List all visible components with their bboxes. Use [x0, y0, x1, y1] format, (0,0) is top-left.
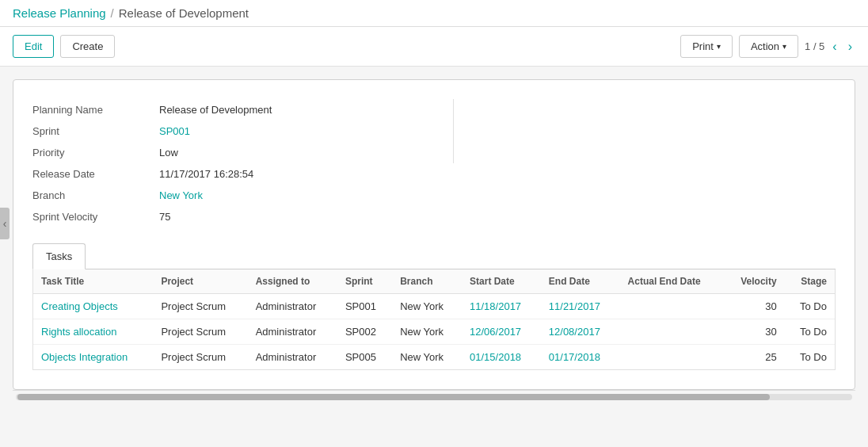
- branch-row: Branch New York: [32, 185, 434, 206]
- top-bar: Release Planning / Release of Developmen…: [0, 0, 868, 27]
- form-fields: Planning Name Release of Development Spr…: [32, 99, 836, 227]
- planning-name-label: Planning Name: [32, 104, 159, 116]
- scrollbar-thumb[interactable]: [17, 394, 770, 400]
- cell-start-date: 01/15/2018: [462, 345, 541, 370]
- cell-stage: To Do: [785, 345, 835, 370]
- sprint-velocity-value: 75: [159, 211, 170, 223]
- main-content: Planning Name Release of Development Spr…: [0, 67, 868, 415]
- col-sprint: Sprint: [337, 269, 392, 294]
- priority-label: Priority: [32, 147, 159, 159]
- branch-label: Branch: [32, 189, 159, 201]
- action-button[interactable]: Action ▾: [739, 35, 798, 58]
- breadcrumb-link[interactable]: Release Planning: [13, 6, 106, 20]
- cell-actual-end-date: [620, 319, 724, 345]
- fields-left: Planning Name Release of Development Spr…: [32, 99, 434, 163]
- breadcrumb-current: Release of Development: [119, 6, 249, 20]
- cell-assigned-to: Administrator: [248, 319, 337, 345]
- tasks-table-container: Task Title Project Assigned to Sprint Br…: [32, 269, 836, 370]
- cell-start-date: 11/18/2017: [462, 294, 541, 319]
- cell-end-date: 11/21/2017: [541, 294, 620, 319]
- col-end-date: End Date: [541, 269, 620, 294]
- cell-project: Project Scrum: [153, 294, 247, 319]
- sprint-value-link[interactable]: SP001: [159, 125, 190, 137]
- priority-row: Priority Low: [32, 142, 434, 163]
- fields-right: Release Date 11/17/2017 16:28:54 Branch …: [32, 163, 434, 227]
- cell-start-date: 12/06/2017: [462, 319, 541, 345]
- create-button[interactable]: Create: [60, 35, 115, 58]
- action-label: Action: [751, 40, 779, 52]
- planning-name-row: Planning Name Release of Development: [32, 99, 434, 120]
- tabs-section: Tasks Task Title Project Assigned to Spr…: [32, 243, 836, 370]
- cell-task-title[interactable]: Rights allocation: [33, 319, 153, 345]
- pagination: 1 / 5 ‹ ›: [805, 38, 855, 55]
- cell-branch: New York: [392, 345, 462, 370]
- col-task-title: Task Title: [33, 269, 153, 294]
- cell-project: Project Scrum: [153, 345, 247, 370]
- cell-project: Project Scrum: [153, 319, 247, 345]
- form-card: Planning Name Release of Development Spr…: [13, 79, 855, 390]
- tab-tasks[interactable]: Tasks: [32, 243, 86, 269]
- planning-name-value: Release of Development: [159, 104, 272, 116]
- cell-assigned-to: Administrator: [248, 345, 337, 370]
- toolbar: Edit Create Print ▾ Action ▾ 1 / 5 ‹ ›: [0, 27, 868, 67]
- tasks-table: Task Title Project Assigned to Sprint Br…: [33, 269, 835, 369]
- tabs-header: Tasks: [32, 243, 836, 269]
- release-date-label: Release Date: [32, 168, 159, 180]
- horizontal-scrollbar[interactable]: [13, 390, 855, 403]
- print-button[interactable]: Print ▾: [680, 35, 733, 58]
- cell-sprint: SP001: [337, 294, 392, 319]
- cell-velocity: 25: [724, 345, 785, 370]
- tab-tasks-label: Tasks: [46, 250, 72, 262]
- table-row: Rights allocation Project Scrum Administ…: [33, 319, 835, 345]
- left-panel-handle[interactable]: [0, 208, 10, 239]
- breadcrumb-separator: /: [111, 6, 114, 20]
- cell-end-date: 12/08/2017: [541, 319, 620, 345]
- cell-task-title[interactable]: Creating Objects: [33, 294, 153, 319]
- breadcrumb: Release Planning / Release of Developmen…: [13, 6, 855, 20]
- cell-actual-end-date: [620, 345, 724, 370]
- table-row: Objects Integration Project Scrum Admini…: [33, 345, 835, 370]
- page-info: 1 / 5: [805, 40, 824, 52]
- cell-stage: To Do: [785, 319, 835, 345]
- table-header-row: Task Title Project Assigned to Sprint Br…: [33, 269, 835, 294]
- cell-task-title[interactable]: Objects Integration: [33, 345, 153, 370]
- cell-stage: To Do: [785, 294, 835, 319]
- sprint-velocity-label: Sprint Velocity: [32, 211, 159, 223]
- sprint-label: Sprint: [32, 125, 159, 137]
- priority-value: Low: [159, 147, 178, 159]
- sprint-row: Sprint SP001: [32, 120, 434, 142]
- table-row: Creating Objects Project Scrum Administr…: [33, 294, 835, 319]
- cell-assigned-to: Administrator: [248, 294, 337, 319]
- col-start-date: Start Date: [462, 269, 541, 294]
- branch-value-link[interactable]: New York: [159, 189, 203, 201]
- sprint-velocity-row: Sprint Velocity 75: [32, 206, 434, 227]
- release-date-row: Release Date 11/17/2017 16:28:54: [32, 163, 434, 185]
- print-dropdown-icon[interactable]: ▾: [717, 42, 721, 51]
- col-stage: Stage: [785, 269, 835, 294]
- cell-velocity: 30: [724, 294, 785, 319]
- cell-velocity: 30: [724, 319, 785, 345]
- col-assigned-to: Assigned to: [248, 269, 337, 294]
- col-velocity: Velocity: [724, 269, 785, 294]
- scrollbar-track: [16, 394, 852, 400]
- print-label: Print: [692, 40, 714, 52]
- prev-page-button[interactable]: ‹: [829, 38, 839, 55]
- col-actual-end-date: Actual End Date: [620, 269, 724, 294]
- cell-branch: New York: [392, 294, 462, 319]
- release-date-value: 11/17/2017 16:28:54: [159, 168, 253, 180]
- fields-divider: [453, 99, 454, 163]
- col-branch: Branch: [392, 269, 462, 294]
- next-page-button[interactable]: ›: [845, 38, 855, 55]
- cell-actual-end-date: [620, 294, 724, 319]
- cell-sprint: SP005: [337, 345, 392, 370]
- edit-button[interactable]: Edit: [13, 35, 54, 58]
- action-dropdown-icon[interactable]: ▾: [782, 42, 786, 51]
- cell-sprint: SP002: [337, 319, 392, 345]
- cell-branch: New York: [392, 319, 462, 345]
- col-project: Project: [153, 269, 247, 294]
- cell-end-date: 01/17/2018: [541, 345, 620, 370]
